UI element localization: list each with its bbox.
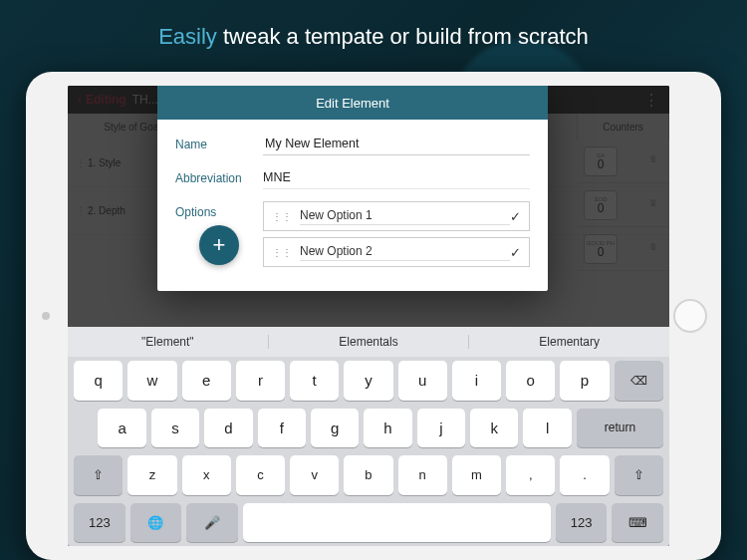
key-d[interactable]: d xyxy=(204,409,252,448)
key-r[interactable]: r xyxy=(236,361,285,401)
key-h[interactable]: h xyxy=(364,409,411,448)
key-a[interactable]: a xyxy=(98,409,145,448)
name-label: Name xyxy=(175,134,263,151)
edit-element-modal: Edit Element Name Abbreviation MNE Optio… xyxy=(157,86,548,291)
suggestion[interactable]: Elementals xyxy=(268,335,469,349)
key-p[interactable]: p xyxy=(560,361,609,401)
drag-handle-icon[interactable]: ⋮⋮ xyxy=(272,247,292,258)
key-x[interactable]: x xyxy=(182,455,231,495)
dismiss-keyboard-key[interactable]: ⌨ xyxy=(612,503,663,543)
key-e[interactable]: e xyxy=(182,361,231,401)
key-t[interactable]: t xyxy=(290,361,339,401)
headline-rest: tweak a tempate or build from scratch xyxy=(223,24,589,49)
key-row-2: a s d f g h j k l return xyxy=(68,405,669,452)
shift-icon: ⇧ xyxy=(633,467,644,482)
shift-icon: ⇧ xyxy=(93,467,104,482)
option-label[interactable]: New Option 1 xyxy=(300,207,510,225)
options-label: Options xyxy=(175,201,263,219)
field-abbrev-row: Abbreviation MNE xyxy=(175,167,530,189)
numbers-key-left[interactable]: 123 xyxy=(74,503,125,543)
key-f[interactable]: f xyxy=(258,409,306,448)
ipad-frame: ‹ Editing TH... ⋮ Style of Goa Counters … xyxy=(26,72,721,560)
dictation-key[interactable]: 🎤 xyxy=(186,503,238,543)
key-l[interactable]: l xyxy=(523,409,571,448)
key-g[interactable]: g xyxy=(311,409,359,448)
backspace-key[interactable]: ⌫ xyxy=(615,361,663,401)
suggestion-bar: "Element" Elementals Elementary xyxy=(68,327,669,357)
check-icon[interactable]: ✓ xyxy=(510,209,521,224)
shift-key-right[interactable]: ⇧ xyxy=(615,455,663,495)
key-z[interactable]: z xyxy=(127,455,176,495)
drag-handle-icon[interactable]: ⋮⋮ xyxy=(272,211,292,222)
abbrev-value[interactable]: MNE xyxy=(263,167,530,189)
suggestion[interactable]: "Element" xyxy=(68,335,268,349)
key-i[interactable]: i xyxy=(452,361,501,401)
key-period[interactable]: . xyxy=(560,455,609,495)
mic-icon: 🎤 xyxy=(204,515,220,530)
key-row-3: ⇧ z x c v b n m , . ⇧ xyxy=(68,451,669,499)
key-w[interactable]: w xyxy=(127,361,176,401)
key-m[interactable]: m xyxy=(452,455,501,495)
key-q[interactable]: q xyxy=(74,361,123,401)
key-c[interactable]: c xyxy=(236,455,285,495)
modal-title: Edit Element xyxy=(157,86,548,120)
key-row-1: q w e r t y u i o p ⌫ xyxy=(68,357,669,405)
name-input[interactable] xyxy=(263,134,530,155)
key-u[interactable]: u xyxy=(398,361,447,401)
key-comma[interactable]: , xyxy=(506,455,555,495)
keyboard: "Element" Elementals Elementary q w e r … xyxy=(68,327,669,546)
return-key[interactable]: return xyxy=(577,409,663,448)
field-options-row: Options + ⋮⋮ New Option 1 ✓ ⋮⋮ New Optio… xyxy=(175,201,530,273)
key-v[interactable]: v xyxy=(290,455,339,495)
shift-key-left[interactable]: ⇧ xyxy=(74,455,123,495)
space-key[interactable] xyxy=(243,503,551,543)
key-y[interactable]: y xyxy=(344,361,392,401)
promo-headline: Easily tweak a tempate or build from scr… xyxy=(0,0,747,68)
suggestion[interactable]: Elementary xyxy=(468,335,669,349)
keyboard-hide-icon: ⌨ xyxy=(628,515,647,530)
option-label[interactable]: New Option 2 xyxy=(300,243,510,261)
backspace-icon: ⌫ xyxy=(630,374,647,388)
globe-icon: 🌐 xyxy=(147,515,163,530)
abbrev-label: Abbreviation xyxy=(175,167,263,185)
globe-key[interactable]: 🌐 xyxy=(130,503,182,543)
add-option-button[interactable]: + xyxy=(199,225,239,265)
field-name-row: Name xyxy=(175,134,530,155)
check-icon[interactable]: ✓ xyxy=(510,245,521,260)
plus-icon: + xyxy=(213,232,226,258)
key-k[interactable]: k xyxy=(470,409,518,448)
option-item[interactable]: ⋮⋮ New Option 2 ✓ xyxy=(263,237,530,267)
home-button[interactable] xyxy=(673,299,707,333)
key-s[interactable]: s xyxy=(151,409,199,448)
headline-accent: Easily xyxy=(158,24,217,49)
key-o[interactable]: o xyxy=(506,361,555,401)
option-item[interactable]: ⋮⋮ New Option 1 ✓ xyxy=(263,201,530,231)
key-n[interactable]: n xyxy=(398,455,447,495)
key-j[interactable]: j xyxy=(417,409,465,448)
key-b[interactable]: b xyxy=(344,455,392,495)
screen: ‹ Editing TH... ⋮ Style of Goa Counters … xyxy=(68,86,669,546)
numbers-key-right[interactable]: 123 xyxy=(556,503,608,543)
key-row-4: 123 🌐 🎤 123 ⌨ xyxy=(68,499,669,547)
